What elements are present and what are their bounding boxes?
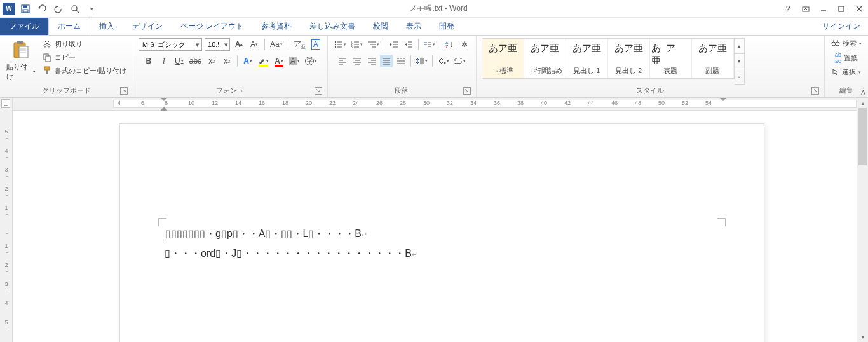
page[interactable]: ▯▯▯▯▯▯▯・g▯p▯・・A▯・▯▯・L▯・・・・B↵ ▯・・・ord▯・J▯… [119,123,764,342]
char-shading-button[interactable]: A [288,55,301,67]
grow-font-button[interactable]: A▴ [233,38,245,51]
font-size-combo[interactable]: ▾ [205,38,230,51]
qat-undo-button[interactable] [36,3,48,15]
qat-customize-button[interactable]: ▾ [85,3,98,15]
increase-indent-button[interactable] [402,38,415,51]
paragraph-launcher[interactable]: ↘ [463,87,471,95]
style-expand[interactable]: ▿ [735,69,745,85]
style-nospacing[interactable]: あア亜→行間詰め [524,39,566,78]
style-scroll-up[interactable]: ▴ [735,38,745,54]
borders-button[interactable] [452,55,467,67]
vertical-scrollbar[interactable]: ▴ ▾ [857,98,868,342]
svg-rect-77 [455,58,461,64]
find-button[interactable]: 検索 ▾ [830,38,863,49]
bullet-list-button[interactable] [333,38,348,51]
font-size-dropdown[interactable]: ▾ [222,41,229,49]
font-name-input[interactable] [139,39,194,50]
decrease-indent-button[interactable] [388,38,400,51]
strikethrough-button[interactable]: abc [188,55,203,67]
svg-rect-12 [19,46,28,58]
format-painter-button[interactable]: 書式のコピー/貼り付け [41,65,128,76]
tab-layout[interactable]: ページ レイアウト [172,18,252,35]
tab-mailings[interactable]: 差し込み文書 [301,18,364,35]
tab-file[interactable]: ファイル [0,18,48,35]
tab-selector[interactable]: ∟ [1,99,10,108]
style-title[interactable]: あ ア 亜表題 [650,39,692,78]
style-heading2[interactable]: あア亜見出し 2 [608,39,650,78]
svg-text:3: 3 [351,45,353,49]
close-button[interactable] [850,0,868,18]
document-line-1[interactable]: ▯▯▯▯▯▯▯・g▯p▯・・A▯・▯▯・L▯・・・・B↵ [165,224,719,244]
tab-design[interactable]: デザイン [123,18,172,35]
document-area[interactable]: ▯▯▯▯▯▯▯・g▯p▯・・A▯・▯▯・L▯・・・・B↵ ▯・・・ord▯・J▯… [13,111,857,342]
shrink-font-button[interactable]: A▾ [248,38,261,51]
justify-button[interactable] [380,55,393,67]
style-scroll-down[interactable]: ▾ [735,54,745,69]
underline-button[interactable]: U [173,55,186,67]
tab-references[interactable]: 参考資料 [252,18,301,35]
font-launcher[interactable]: ↘ [315,87,322,95]
tab-developer[interactable]: 開発 [430,18,463,35]
select-button[interactable]: 選択 ▾ [831,67,862,78]
italic-button[interactable]: I [158,55,170,67]
subscript-button[interactable]: x2 [205,55,218,67]
style-heading1[interactable]: あア亜見出し 1 [566,39,608,78]
scroll-up-button[interactable]: ▴ [857,98,868,108]
highlight-button[interactable] [257,55,270,67]
maximize-button[interactable] [832,0,850,18]
qat-redo-button[interactable] [52,3,65,15]
font-name-combo[interactable]: ▾ [139,38,202,51]
copy-button[interactable]: コピー [41,51,128,63]
styles-launcher[interactable]: ↘ [811,87,819,95]
align-center-button[interactable] [351,55,363,67]
char-shading-icon: A [289,57,297,65]
tab-review[interactable]: 校閲 [364,18,397,35]
right-indent-marker[interactable] [720,98,726,101]
distribute-button[interactable] [395,55,407,67]
font-size-input[interactable] [205,39,222,50]
clipboard-launcher[interactable]: ↘ [120,87,128,95]
vertical-ruler[interactable]: ∟ 5432112345 [0,98,13,342]
numbered-list-button[interactable]: 123 [349,38,364,51]
help-button[interactable]: ? [779,0,797,18]
style-normal[interactable]: あア亜→標準 [482,39,524,78]
font-color-button[interactable]: A [273,55,285,67]
scroll-down-button[interactable]: ▾ [857,332,868,342]
scroll-thumb[interactable] [858,108,867,165]
line-spacing-button[interactable] [414,55,429,67]
font-name-dropdown[interactable]: ▾ [194,41,201,49]
multilevel-list-button[interactable] [366,38,381,51]
align-left-button[interactable] [336,55,349,67]
sign-in-link[interactable]: サインイン [815,18,868,35]
enclose-char-button[interactable]: 字 [304,55,318,67]
hruler-tick: 20 [306,100,312,106]
minimize-button[interactable] [815,0,832,18]
cut-button[interactable]: 切り取り [41,38,128,50]
shading-button[interactable] [436,55,451,67]
sort-button[interactable]: AZ [444,38,456,51]
paste-button[interactable]: 貼り付け▾ [5,38,37,83]
text-effects-button[interactable]: A [241,55,254,67]
qat-save-button[interactable] [19,3,32,15]
ribbon-display-button[interactable] [797,0,815,18]
collapse-ribbon-button[interactable]: ᐱ [861,89,865,96]
ribbon-display-icon [802,5,810,13]
asian-layout-button[interactable] [422,38,437,51]
style-subtitle[interactable]: あア亜副題 [692,39,734,78]
align-right-button[interactable] [365,55,378,67]
phonetic-guide-button[interactable]: ア亜 [292,38,307,51]
superscript-button[interactable]: x2 [220,55,233,67]
word-app-icon[interactable]: W [3,3,15,15]
replace-button[interactable]: abac 置換 [834,51,859,65]
document-line-2[interactable]: ▯・・・ord▯・J▯・・・・・・・・・・・・・・・・B↵ [165,244,719,264]
qat-touchmode-button[interactable] [69,3,81,15]
tab-home[interactable]: ホーム [48,18,90,35]
change-case-button[interactable]: Aa [269,38,284,51]
tab-view[interactable]: 表示 [397,18,430,35]
char-border-button[interactable]: A [309,38,322,51]
bold-button[interactable]: B [142,55,155,67]
horizontal-ruler[interactable]: 4681012141618202224262830323436384042444… [13,98,857,111]
tab-insert[interactable]: 挿入 [90,18,123,35]
first-line-indent-marker[interactable] [161,98,167,101]
show-marks-button[interactable]: ✲ [458,38,471,51]
